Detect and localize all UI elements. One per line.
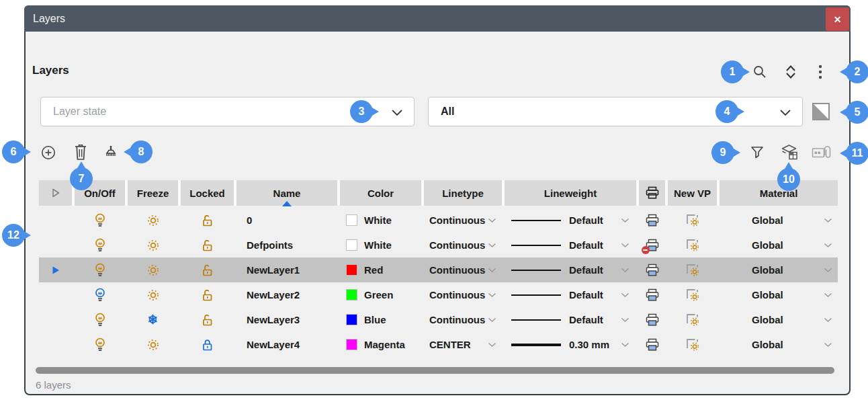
linetype-cell[interactable]: Continuous bbox=[424, 282, 502, 307]
lineweight-cell[interactable]: Default bbox=[505, 282, 636, 307]
color-cell[interactable]: Magenta bbox=[340, 332, 421, 357]
lock-cell[interactable] bbox=[181, 282, 234, 307]
sun-thawed-icon bbox=[145, 287, 161, 303]
plot-cell[interactable] bbox=[639, 257, 665, 282]
filter-icon[interactable] bbox=[750, 145, 765, 160]
table-row[interactable]: ❄ 0 White Continuous bbox=[39, 208, 838, 233]
lineweight-cell[interactable]: 0.30 mm bbox=[505, 332, 636, 357]
onoff-cell[interactable] bbox=[75, 257, 125, 282]
close-button[interactable]: ✕ bbox=[826, 7, 849, 31]
column-header-plot[interactable] bbox=[639, 180, 665, 206]
column-header-locked[interactable]: Locked bbox=[181, 180, 234, 206]
table-row[interactable]: ❄ NewLayer4 Magenta CENTER bbox=[39, 332, 838, 357]
lineweight-cell[interactable]: Default bbox=[505, 233, 636, 257]
newvp-cell[interactable] bbox=[668, 257, 717, 282]
lineweight-cell[interactable]: Default bbox=[505, 257, 636, 282]
onoff-cell[interactable] bbox=[75, 307, 125, 332]
newvp-cell[interactable] bbox=[668, 332, 717, 357]
layer-name: NewLayer2 bbox=[247, 289, 300, 301]
plot-cell[interactable] bbox=[639, 233, 665, 257]
layer-name-cell[interactable]: NewLayer1 bbox=[236, 257, 337, 282]
material-cell[interactable]: Global bbox=[720, 307, 838, 332]
material-cell[interactable]: Global bbox=[720, 208, 838, 233]
column-header-color[interactable]: Color bbox=[340, 180, 421, 206]
material-cell[interactable]: Global bbox=[720, 233, 838, 257]
expand-collapse-icon[interactable] bbox=[784, 64, 797, 80]
color-cell[interactable]: White bbox=[340, 233, 421, 257]
current-layer-cell bbox=[39, 332, 72, 357]
linetype-cell[interactable]: Continuous bbox=[424, 233, 502, 257]
color-swatch bbox=[346, 264, 357, 276]
onoff-cell[interactable] bbox=[75, 208, 125, 233]
lock-cell[interactable] bbox=[181, 332, 234, 357]
material-value: Global bbox=[752, 264, 783, 276]
freeze-cell[interactable]: ❄ bbox=[128, 332, 178, 357]
current-layer-cell bbox=[39, 282, 72, 307]
printer-icon bbox=[645, 214, 660, 227]
linetype-cell[interactable]: Continuous bbox=[424, 307, 502, 332]
linetype-cell[interactable]: Continuous bbox=[424, 208, 502, 233]
material-cell[interactable]: Global bbox=[720, 257, 838, 282]
freeze-cell[interactable]: ❄ bbox=[128, 208, 178, 233]
table-row[interactable]: ❄ NewLayer3 Blue Continuous bbox=[39, 307, 838, 332]
layer-name-cell[interactable]: NewLayer2 bbox=[236, 282, 337, 307]
freeze-cell[interactable]: ❄ bbox=[128, 233, 178, 257]
material-cell[interactable]: Global bbox=[720, 332, 838, 357]
plot-cell[interactable] bbox=[639, 332, 665, 357]
chevron-down-icon bbox=[824, 292, 832, 298]
lineweight-cell[interactable]: Default bbox=[505, 307, 636, 332]
callout-4: 4 bbox=[715, 100, 738, 123]
column-header-newvp[interactable]: New VP bbox=[668, 180, 717, 206]
linetype-cell[interactable]: CENTER bbox=[424, 332, 502, 357]
table-row[interactable]: ❄ NewLayer1 Red Continuous bbox=[39, 257, 838, 282]
column-header-name[interactable]: Name bbox=[236, 180, 337, 206]
new-layer-button[interactable] bbox=[40, 145, 56, 161]
material-cell[interactable]: Global bbox=[720, 282, 838, 307]
lock-cell[interactable] bbox=[181, 257, 234, 282]
attach-panel-icon[interactable] bbox=[812, 145, 832, 161]
newvp-cell[interactable] bbox=[668, 208, 717, 233]
newvp-cell[interactable] bbox=[668, 233, 717, 257]
plot-cell[interactable] bbox=[639, 307, 665, 332]
table-row[interactable]: ❄ NewLayer2 Green Continuous bbox=[39, 282, 838, 307]
callout-2: 2 bbox=[846, 61, 868, 83]
onoff-cell[interactable] bbox=[75, 332, 125, 357]
lock-open-icon bbox=[201, 239, 214, 252]
color-cell[interactable]: Red bbox=[340, 257, 421, 282]
linetype-value: Continuous bbox=[429, 264, 485, 276]
layer-name-cell[interactable]: NewLayer3 bbox=[236, 307, 337, 332]
column-header-freeze[interactable]: Freeze bbox=[128, 180, 178, 206]
newvp-cell[interactable] bbox=[668, 282, 717, 307]
lineweight-value: Default bbox=[569, 214, 603, 226]
color-cell[interactable]: Green bbox=[340, 282, 421, 307]
freeze-cell[interactable]: ❄ bbox=[128, 257, 178, 282]
bulb-icon bbox=[94, 287, 106, 303]
plot-cell[interactable] bbox=[639, 208, 665, 233]
title-bar[interactable] bbox=[24, 5, 851, 32]
table-header-row: On/Off Freeze Locked Name Color Linetype… bbox=[39, 180, 838, 206]
table-row[interactable]: ❄ Defpoints White Continuous bbox=[39, 233, 838, 257]
freeze-cell[interactable]: ❄ bbox=[128, 307, 178, 332]
onoff-cell[interactable] bbox=[75, 282, 125, 307]
layer-name-cell[interactable]: NewLayer4 bbox=[236, 332, 337, 357]
color-cell[interactable]: Blue bbox=[340, 307, 421, 332]
color-cell[interactable]: White bbox=[340, 208, 421, 233]
linetype-cell[interactable]: Continuous bbox=[424, 257, 502, 282]
lineweight-value: Default bbox=[569, 264, 603, 276]
freeze-cell[interactable]: ❄ bbox=[128, 282, 178, 307]
layer-name-cell[interactable]: 0 bbox=[236, 208, 337, 233]
newvp-cell[interactable] bbox=[668, 307, 717, 332]
invert-filter-icon[interactable] bbox=[812, 102, 830, 121]
lock-cell[interactable] bbox=[181, 208, 234, 233]
lineweight-cell[interactable]: Default bbox=[505, 208, 636, 233]
plot-cell[interactable] bbox=[639, 282, 665, 307]
onoff-cell[interactable] bbox=[75, 233, 125, 257]
column-header-linetype[interactable]: Linetype bbox=[424, 180, 502, 206]
lock-cell[interactable] bbox=[181, 233, 234, 257]
layer-name-cell[interactable]: Defpoints bbox=[236, 233, 337, 257]
kebab-menu-icon[interactable] bbox=[817, 64, 824, 80]
horizontal-scrollbar[interactable] bbox=[36, 367, 834, 374]
column-header-expand[interactable] bbox=[39, 180, 72, 206]
lock-cell[interactable] bbox=[181, 307, 234, 332]
column-header-lineweight[interactable]: Lineweight bbox=[505, 180, 636, 206]
